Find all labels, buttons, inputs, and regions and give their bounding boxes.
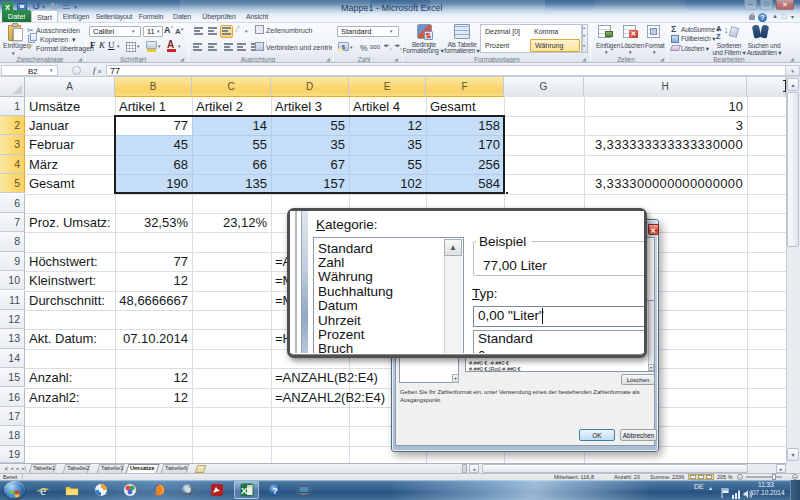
- svg-text:X: X: [241, 485, 248, 496]
- svg-text:?: ?: [272, 486, 278, 496]
